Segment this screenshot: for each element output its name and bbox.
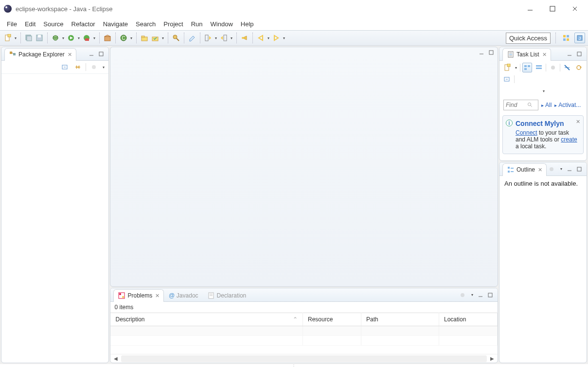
tasklist-view-menu[interactable]: ▾ <box>502 86 584 96</box>
minimize-button[interactable] <box>519 1 541 16</box>
declaration-tab[interactable]: Declaration <box>203 289 250 302</box>
close-icon[interactable]: ✕ <box>542 52 547 58</box>
focus-workweek-button[interactable] <box>548 63 558 72</box>
new-task-button[interactable] <box>502 63 512 72</box>
prev-annotation-button[interactable] <box>219 33 229 43</box>
connect-link[interactable]: Connect <box>516 129 537 136</box>
create-link[interactable]: create <box>561 136 577 143</box>
menu-project[interactable]: Project <box>160 19 187 29</box>
next-annotation-dropdown[interactable]: ▾ <box>214 33 218 43</box>
problems-view-menu[interactable]: ▾ <box>470 290 474 300</box>
categorized-button[interactable] <box>522 63 532 72</box>
forward-dropdown[interactable]: ▾ <box>282 33 286 43</box>
maximize-button[interactable] <box>541 1 564 16</box>
focus-task-button[interactable] <box>89 62 99 72</box>
task-list-tab[interactable]: Task List ✕ <box>502 48 551 61</box>
new-button[interactable] <box>3 33 13 43</box>
minimize-view-button[interactable] <box>566 51 573 57</box>
close-icon[interactable]: ✕ <box>155 293 160 299</box>
find-box[interactable] <box>503 100 538 110</box>
find-input[interactable] <box>506 102 525 108</box>
link-editor-button[interactable] <box>73 62 83 72</box>
java-perspective-button[interactable]: J <box>574 33 585 43</box>
toggle-mark-button[interactable] <box>187 33 197 43</box>
menu-edit[interactable]: Edit <box>21 19 39 29</box>
new-class-button[interactable]: C <box>119 33 128 43</box>
close-icon[interactable]: ✕ <box>68 52 72 58</box>
hide-completed-button[interactable] <box>562 63 572 72</box>
last-edit-button[interactable] <box>240 33 249 43</box>
bottom-sash[interactable]: ⋮ <box>0 364 588 368</box>
svg-rect-18 <box>105 36 110 41</box>
coverage-dropdown[interactable]: ▾ <box>92 33 96 43</box>
run-dropdown[interactable]: ▾ <box>77 33 81 43</box>
col-path[interactable]: Path <box>361 313 439 326</box>
col-description[interactable]: Description ⌃ <box>110 313 303 326</box>
menu-search[interactable]: Search <box>132 19 160 29</box>
view-menu-dropdown[interactable]: ▾ <box>102 62 106 72</box>
open-type-button[interactable] <box>140 33 149 43</box>
open-perspective-button[interactable] <box>561 33 571 43</box>
save-button[interactable] <box>35 33 44 43</box>
focus-task-button[interactable] <box>547 164 556 174</box>
debug-button[interactable] <box>51 33 60 43</box>
activate-link[interactable]: Activat... <box>554 102 581 108</box>
forward-button[interactable] <box>271 33 281 43</box>
menu-file[interactable]: File <box>3 19 21 29</box>
maximize-view-button[interactable] <box>98 51 105 57</box>
synchronize-button[interactable] <box>574 63 584 72</box>
quick-access-field[interactable]: Quick Access <box>506 33 551 44</box>
maximize-view-button[interactable] <box>487 292 494 298</box>
minimize-view-button[interactable] <box>88 51 95 57</box>
minimize-view-button[interactable] <box>566 166 573 173</box>
run-button[interactable] <box>66 33 76 43</box>
new-task-dropdown[interactable]: ▾ <box>514 63 518 72</box>
scheduled-button[interactable] <box>534 63 544 72</box>
all-link[interactable]: All <box>541 102 552 108</box>
open-task-dropdown[interactable]: ▾ <box>161 33 165 43</box>
editor-area[interactable] <box>110 47 498 287</box>
collapse-all-button[interactable] <box>60 62 70 72</box>
menu-navigate[interactable]: Navigate <box>99 19 132 29</box>
prev-annotation-dropdown[interactable]: ▾ <box>230 33 233 43</box>
back-dropdown[interactable]: ▾ <box>267 33 270 43</box>
back-button[interactable] <box>256 33 266 43</box>
problems-hscrollbar[interactable]: ◀ ▶ <box>110 354 498 363</box>
javadoc-tab[interactable]: @ Javadoc <box>165 289 202 302</box>
maximize-view-button[interactable] <box>576 51 583 57</box>
coverage-button[interactable] <box>82 33 91 43</box>
package-explorer-tab[interactable]: Package Explorer ✕ <box>4 48 76 61</box>
minimize-view-button[interactable] <box>477 292 484 298</box>
col-location[interactable]: Location <box>439 313 497 326</box>
new-class-dropdown[interactable]: ▾ <box>129 33 133 43</box>
open-task-button[interactable] <box>150 33 160 43</box>
scroll-track[interactable] <box>121 355 487 362</box>
search-button[interactable] <box>171 33 181 43</box>
focus-task-button[interactable] <box>458 290 467 300</box>
svg-rect-67 <box>507 64 510 67</box>
scroll-right-arrow[interactable]: ▶ <box>488 355 497 362</box>
menu-window[interactable]: Window <box>207 19 237 29</box>
problems-tab[interactable]: Problems ✕ <box>113 289 164 302</box>
maximize-view-button[interactable] <box>576 166 583 173</box>
save-all-button[interactable] <box>24 33 34 43</box>
menu-source[interactable]: Source <box>39 19 67 29</box>
editor-maximize-button[interactable] <box>488 49 495 56</box>
col-resource[interactable]: Resource <box>303 313 361 326</box>
new-package-button[interactable] <box>103 33 112 43</box>
svg-marker-19 <box>105 35 110 36</box>
new-dropdown[interactable]: ▾ <box>14 33 18 43</box>
editor-minimize-button[interactable] <box>478 49 485 56</box>
menu-refactor[interactable]: Refactor <box>68 19 99 29</box>
outline-view-menu[interactable]: ▾ <box>559 164 563 174</box>
close-panel-icon[interactable]: ✕ <box>576 119 580 125</box>
menu-help[interactable]: Help <box>237 19 258 29</box>
scroll-left-arrow[interactable]: ◀ <box>111 355 120 362</box>
collapse-all-button[interactable] <box>502 74 512 84</box>
close-icon[interactable]: ✕ <box>538 167 542 173</box>
next-annotation-button[interactable] <box>203 33 213 43</box>
debug-dropdown[interactable]: ▾ <box>61 33 65 43</box>
menu-run[interactable]: Run <box>187 19 207 29</box>
close-button[interactable] <box>564 1 586 16</box>
outline-tab[interactable]: Outline ✕ <box>502 163 547 176</box>
